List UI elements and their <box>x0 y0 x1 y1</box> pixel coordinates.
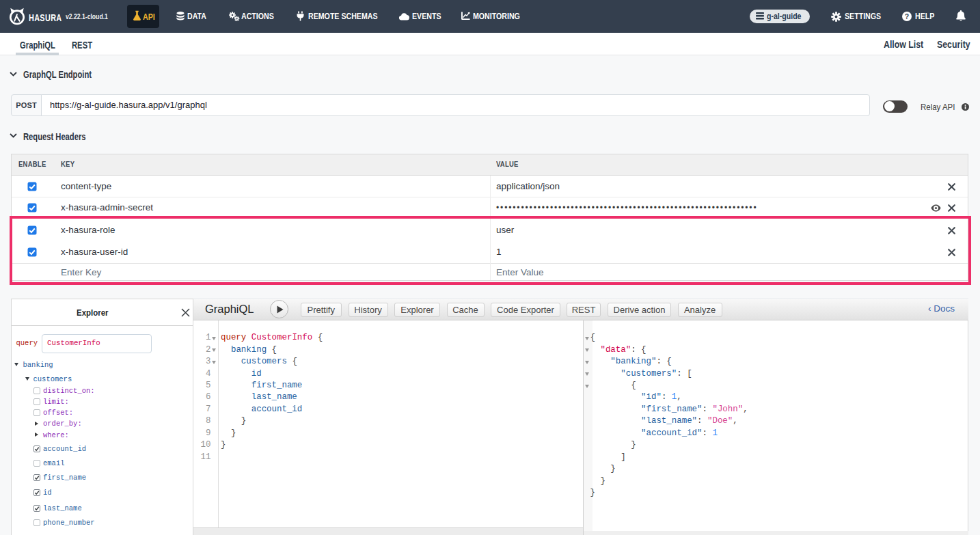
svg-text:?: ? <box>905 12 909 20</box>
